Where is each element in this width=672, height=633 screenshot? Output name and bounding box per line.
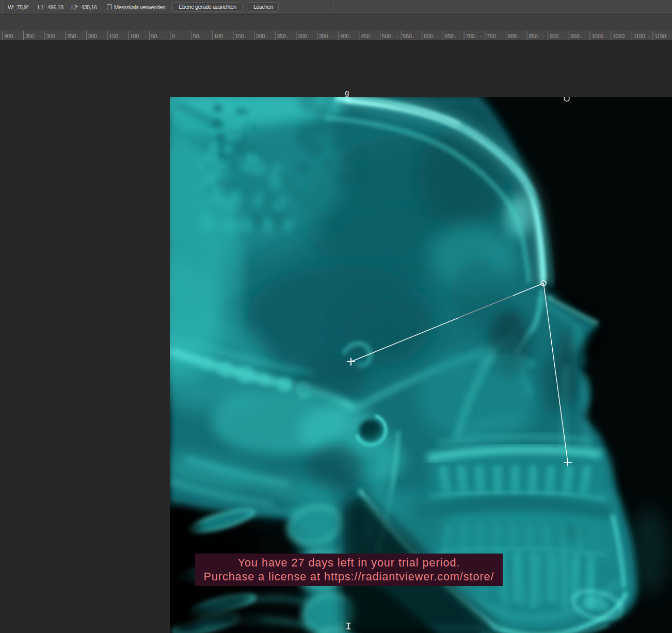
svg-text:500: 500 <box>382 33 391 39</box>
svg-text:150: 150 <box>109 33 118 39</box>
svg-text:200: 200 <box>88 33 97 39</box>
svg-text:1100: 1100 <box>633 33 645 39</box>
svg-text:300: 300 <box>298 33 307 39</box>
svg-text:50: 50 <box>193 33 199 39</box>
svg-text:100: 100 <box>214 33 223 39</box>
svg-text:300: 300 <box>46 33 55 39</box>
svg-text:900: 900 <box>550 33 559 39</box>
svg-text:850: 850 <box>529 33 538 39</box>
svg-text:200: 200 <box>256 33 265 39</box>
svg-text:700: 700 <box>466 33 475 39</box>
svg-text:550: 550 <box>403 33 412 39</box>
svg-text:50: 50 <box>151 33 157 39</box>
svg-text:250: 250 <box>277 33 286 39</box>
svg-text:350: 350 <box>319 33 328 39</box>
svg-text:150: 150 <box>235 33 244 39</box>
svg-text:250: 250 <box>67 33 76 39</box>
svg-text:400: 400 <box>4 33 13 39</box>
svg-text:600: 600 <box>424 33 433 39</box>
svg-text:750: 750 <box>487 33 496 39</box>
svg-text:800: 800 <box>507 33 517 39</box>
svg-text:350: 350 <box>25 33 35 39</box>
svg-text:450: 450 <box>361 33 370 39</box>
svg-text:0: 0 <box>172 33 175 39</box>
svg-text:1000: 1000 <box>591 33 603 39</box>
svg-text:950: 950 <box>570 33 580 39</box>
svg-text:1050: 1050 <box>613 33 625 39</box>
svg-text:100: 100 <box>130 33 139 39</box>
svg-text:650: 650 <box>444 33 454 39</box>
svg-text:1150: 1150 <box>654 33 666 39</box>
svg-text:400: 400 <box>340 33 349 39</box>
